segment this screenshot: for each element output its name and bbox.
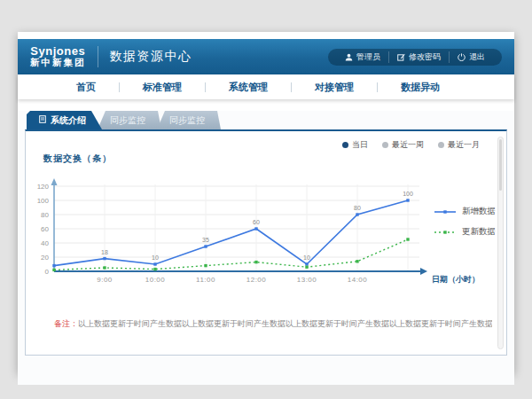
brand-logo: Synjones 新中新集团 (30, 45, 86, 68)
legend-item[interactable]: 新增数据 (434, 206, 496, 217)
svg-text:100: 100 (403, 191, 413, 197)
scrollbar-thumb[interactable] (499, 139, 502, 191)
tab-sync-monitor-1-label: 同步监控 (110, 115, 145, 125)
svg-text:0: 0 (45, 268, 50, 276)
document-icon (39, 111, 46, 129)
user-menu: 管理员 修改密码 退出 (328, 49, 502, 66)
tab-sync-monitor-1[interactable]: 同步监控 (98, 111, 161, 129)
chart-panel: 当日 最近一周 最近一月 数据交换（条） 0204060801001209:00… (25, 129, 507, 356)
svg-text:13:00: 13:00 (297, 276, 317, 284)
legend-item-label: 新增数据 (462, 206, 496, 217)
panel-scrollbar[interactable] (497, 137, 504, 349)
radio-today-label: 当日 (352, 139, 368, 151)
footnote: 备注：以上数据更新于时间产生数据以上数据更新于时间产生数据以上数据更新于时间产生… (54, 318, 492, 330)
radio-last-week-label: 最近一周 (392, 139, 424, 151)
svg-text:80: 80 (354, 205, 361, 211)
svg-text:14:00: 14:00 (348, 276, 368, 284)
svg-text:80: 80 (41, 211, 49, 219)
user-icon (345, 53, 353, 61)
svg-text:60: 60 (41, 225, 49, 233)
app-header: Synjones 新中新集团 数据资源中心 管理员 修改密码 (18, 39, 514, 74)
radio-last-month[interactable]: 最近一月 (438, 139, 480, 151)
svg-text:60: 60 (253, 219, 260, 225)
svg-text:9:00: 9:00 (97, 276, 113, 284)
footnote-label: 备注： (54, 319, 78, 328)
nav-item-home[interactable]: 首页 (53, 81, 119, 94)
user-menu-admin-label: 管理员 (356, 51, 380, 63)
radio-dot (342, 142, 348, 148)
radio-last-week[interactable]: 最近一周 (382, 139, 424, 151)
user-menu-logout[interactable]: 退出 (449, 51, 493, 63)
main-nav: 首页 标准管理 系统管理 对接管理 数据异动 (18, 74, 514, 99)
svg-text:日期（小时）: 日期（小时） (432, 275, 480, 284)
svg-text:20: 20 (41, 254, 49, 262)
nav-item-interface-mgmt[interactable]: 对接管理 (292, 81, 377, 94)
time-range-filter: 当日 最近一周 最近一月 (342, 139, 480, 151)
radio-today[interactable]: 当日 (342, 139, 368, 151)
tab-bar: 系统介绍 同步监控 同步监控 (18, 111, 514, 129)
legend-line-swatch (434, 228, 457, 237)
svg-text:100: 100 (37, 197, 50, 205)
svg-text:120: 120 (37, 183, 50, 191)
svg-text:18: 18 (101, 249, 108, 255)
svg-text:10: 10 (152, 254, 159, 261)
y-axis-label: 数据交换（条） (43, 153, 112, 165)
app-window: Synjones 新中新集团 数据资源中心 管理员 修改密码 (18, 32, 514, 372)
svg-text:11:00: 11:00 (196, 276, 215, 284)
edit-icon (397, 53, 405, 61)
legend-item[interactable]: 更新数据 (434, 226, 496, 238)
nav-item-system-mgmt[interactable]: 系统管理 (206, 81, 291, 94)
svg-text:10: 10 (303, 254, 310, 261)
page-title: 数据资源中心 (110, 49, 192, 65)
tab-sync-monitor-2-label: 同步监控 (169, 115, 205, 125)
svg-text:35: 35 (202, 237, 209, 243)
svg-text:12:00: 12:00 (246, 276, 267, 284)
footnote-text: 以上数据更新于时间产生数据以上数据更新于时间产生数据以上数据更新于时间产生数据以… (78, 319, 492, 328)
logout-icon (458, 53, 466, 61)
nav-item-data-change[interactable]: 数据异动 (378, 81, 463, 94)
content-area: 系统介绍 同步监控 同步监控 当日 最近一周 (18, 111, 514, 385)
svg-text:10:00: 10:00 (145, 276, 166, 284)
user-menu-admin[interactable]: 管理员 (337, 51, 388, 63)
radio-dot (382, 142, 388, 148)
user-menu-logout-label: 退出 (469, 51, 485, 63)
radio-dot (438, 142, 444, 148)
header-divider (98, 46, 98, 67)
svg-text:40: 40 (41, 239, 49, 247)
user-menu-change-password-label: 修改密码 (409, 51, 441, 63)
tab-system-intro[interactable]: 系统介绍 (27, 111, 102, 129)
tab-system-intro-label: 系统介绍 (51, 111, 86, 129)
legend-line-swatch (434, 207, 457, 216)
tab-sync-monitor-2[interactable]: 同步监控 (157, 111, 221, 129)
chart-legend: 新增数据更新数据 (434, 206, 496, 238)
nav-item-standard-mgmt[interactable]: 标准管理 (120, 81, 205, 94)
legend-item-label: 更新数据 (462, 226, 496, 238)
user-menu-change-password[interactable]: 修改密码 (388, 51, 449, 63)
brand-logo-en: Synjones (30, 45, 86, 58)
line-chart: 0204060801001209:0010:0011:0012:0013:001… (35, 174, 496, 286)
brand-logo-cn: 新中新集团 (30, 58, 86, 68)
radio-last-month-label: 最近一月 (448, 139, 480, 151)
